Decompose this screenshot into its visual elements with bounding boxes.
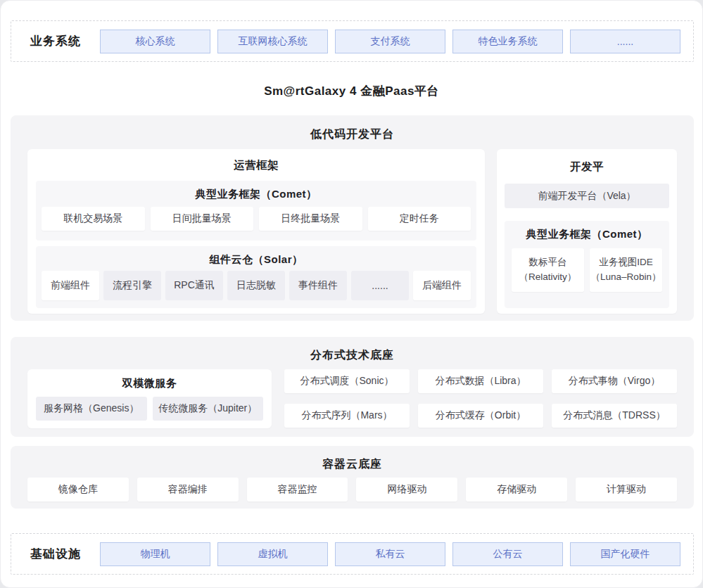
component-backend: 后端组件 bbox=[413, 271, 471, 300]
business-system-special: 特色业务系统 bbox=[452, 30, 563, 53]
operation-framework-title: 运营框架 bbox=[27, 149, 485, 173]
distributed-title: 分布式技术底座 bbox=[11, 337, 694, 363]
low-code-section: 低代码开发平台 运营框架 典型业务框架（Comet） 联机交易场景 日间批量场景… bbox=[11, 115, 694, 321]
component-process-engine: 流程引擎 bbox=[103, 271, 161, 300]
business-systems-row: 业务系统 核心系统 互联网核心系统 支付系统 特色业务系统 ...... bbox=[11, 20, 694, 62]
component-rpc: RPC通讯 bbox=[165, 271, 223, 300]
container-monitoring: 容器监控 bbox=[247, 478, 348, 501]
service-mesh-genesis: 服务网格（Genesis） bbox=[36, 397, 147, 421]
infrastructure-row: 基础设施 物理机 虚拟机 私有云 公有云 国产化硬件 bbox=[11, 533, 694, 575]
dev-platform-box: 开发平 前端开发平台（Vela） 典型业务框架（Comet） 数标平台 （Rel… bbox=[497, 149, 677, 314]
dev-comet-framework-title: 典型业务框架（Comet） bbox=[505, 221, 669, 241]
architecture-diagram-card: 业务系统 核心系统 互联网核心系统 支付系统 特色业务系统 ...... Sm@… bbox=[0, 0, 703, 588]
scenario-timed-task: 定时任务 bbox=[368, 207, 471, 231]
relativity-platform: 数标平台 （Relativity） bbox=[512, 248, 584, 292]
network-driver: 网络驱动 bbox=[356, 478, 457, 501]
dual-mode-microservice-box: 双模微服务 服务网格（Genesis） 传统微服务（Jupiter） bbox=[27, 369, 272, 428]
storage-driver: 存储驱动 bbox=[466, 478, 567, 501]
luna-robin-ide: 业务视图IDE （Luna–Robin） bbox=[590, 248, 662, 292]
component-log-masking: 日志脱敏 bbox=[227, 271, 285, 300]
container-section: 容器云底座 镜像仓库 容器编排 容器监控 网络驱动 存储驱动 计算驱动 bbox=[11, 446, 694, 509]
infra-domestic-hardware: 国产化硬件 bbox=[570, 542, 680, 566]
infra-private-cloud: 私有云 bbox=[335, 542, 445, 566]
dev-comet-items-row: 数标平台 （Relativity） 业务视图IDE （Luna–Robin） bbox=[505, 241, 669, 299]
component-event: 事件组件 bbox=[289, 271, 347, 300]
comet-framework-title: 典型业务框架（Comet） bbox=[36, 181, 476, 201]
page-title: Sm@rtGalaxy 4 金融Paas平台 bbox=[1, 83, 702, 99]
container-title: 容器云底座 bbox=[11, 446, 694, 472]
business-system-internet-core: 互联网核心系统 bbox=[217, 30, 328, 53]
distributed-data-libra: 分布式数据（Libra） bbox=[418, 369, 543, 393]
component-more: ...... bbox=[351, 271, 409, 300]
container-orchestration: 容器编排 bbox=[137, 478, 239, 501]
traditional-microservice-jupiter: 传统微服务（Jupiter） bbox=[153, 397, 264, 421]
relativity-platform-line1: 数标平台 bbox=[529, 255, 567, 270]
vela-frontend-platform: 前端开发平台（Vela） bbox=[505, 184, 669, 208]
business-systems-label: 业务系统 bbox=[11, 33, 100, 49]
distributed-services-grid: 分布式调度（Sonic） 分布式数据（Libra） 分布式事物（Virgo） 分… bbox=[284, 369, 677, 428]
infra-virtual-machine: 虚拟机 bbox=[217, 542, 328, 566]
luna-robin-ide-line2: （Luna–Robin） bbox=[591, 270, 661, 285]
infrastructure-label: 基础设施 bbox=[11, 546, 100, 562]
relativity-platform-line2: （Relativity） bbox=[519, 270, 577, 285]
operation-framework-box: 运营框架 典型业务框架（Comet） 联机交易场景 日间批量场景 日终批量场景 … bbox=[27, 149, 485, 314]
image-registry: 镜像仓库 bbox=[27, 478, 129, 501]
container-items-row: 镜像仓库 容器编排 容器监控 网络驱动 存储驱动 计算驱动 bbox=[27, 478, 677, 501]
infra-public-cloud: 公有云 bbox=[452, 542, 563, 566]
dev-comet-framework-box: 典型业务框架（Comet） 数标平台 （Relativity） 业务视图IDE … bbox=[505, 221, 669, 308]
component-frontend: 前端组件 bbox=[42, 271, 99, 300]
dual-mode-row: 服务网格（Genesis） 传统微服务（Jupiter） bbox=[27, 397, 272, 421]
business-system-core: 核心系统 bbox=[100, 30, 210, 53]
scenario-day-batch: 日间批量场景 bbox=[151, 207, 254, 231]
luna-robin-ide-line1: 业务视图IDE bbox=[599, 255, 653, 270]
compute-driver: 计算驱动 bbox=[576, 478, 677, 501]
dev-platform-title: 开发平 bbox=[497, 149, 677, 174]
scenario-online-trade: 联机交易场景 bbox=[42, 207, 145, 231]
distributed-cache-orbit: 分布式缓存（Orbit） bbox=[418, 404, 543, 428]
dual-mode-title: 双模微服务 bbox=[27, 369, 272, 397]
solar-component-box: 组件云仓（Solar） 前端组件 流程引擎 RPC通讯 日志脱敏 事件组件 ..… bbox=[36, 246, 476, 308]
business-system-payment: 支付系统 bbox=[335, 30, 445, 53]
infra-physical-machine: 物理机 bbox=[100, 542, 210, 566]
comet-scenarios-row: 联机交易场景 日间批量场景 日终批量场景 定时任务 bbox=[36, 201, 476, 236]
distributed-scheduler-sonic: 分布式调度（Sonic） bbox=[284, 369, 410, 393]
solar-components-row: 前端组件 流程引擎 RPC通讯 日志脱敏 事件组件 ...... 后端组件 bbox=[36, 267, 476, 305]
scenario-eod-batch: 日终批量场景 bbox=[259, 207, 362, 231]
distributed-transaction-virgo: 分布式事物（Virgo） bbox=[552, 369, 677, 393]
comet-framework-box: 典型业务框架（Comet） 联机交易场景 日间批量场景 日终批量场景 定时任务 bbox=[36, 181, 476, 241]
solar-component-title: 组件云仓（Solar） bbox=[36, 246, 476, 267]
distributed-section: 分布式技术底座 双模微服务 服务网格（Genesis） 传统微服务（Jupite… bbox=[11, 337, 694, 437]
low-code-title: 低代码开发平台 bbox=[11, 115, 694, 142]
business-system-more: ...... bbox=[570, 30, 680, 53]
distributed-sequence-mars: 分布式序列（Mars） bbox=[284, 404, 410, 428]
distributed-message-tdrss: 分布式消息（TDRSS） bbox=[552, 404, 677, 428]
